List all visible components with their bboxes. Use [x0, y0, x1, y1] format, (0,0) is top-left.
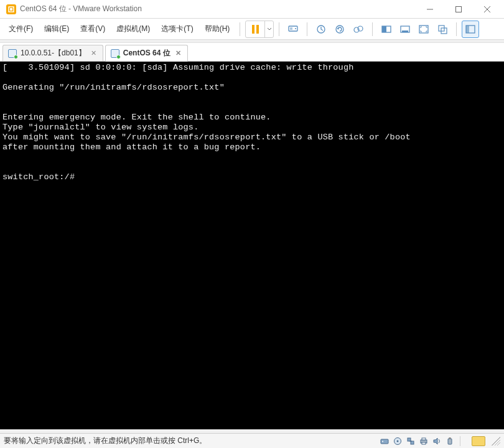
- menu-help[interactable]: 帮助(H): [200, 21, 235, 37]
- svg-point-26: [397, 440, 399, 442]
- tab-label: CentOS 64 位: [123, 48, 170, 58]
- svg-rect-1: [10, 8, 12, 11]
- window-title: CentOS 64 位 - VMware Workstation: [20, 4, 416, 14]
- separator: [460, 436, 460, 446]
- snapshot-manager-icon[interactable]: [350, 21, 367, 38]
- usb-icon[interactable]: [445, 436, 455, 446]
- tab-db01[interactable]: 10.0.0.51-【db01】 ✕: [2, 45, 103, 61]
- sound-icon[interactable]: [432, 436, 442, 446]
- pause-icon[interactable]: [246, 25, 264, 34]
- svg-rect-22: [466, 26, 469, 33]
- svg-rect-3: [456, 7, 462, 12]
- tab-label: 10.0.0.51-【db01】: [21, 48, 86, 58]
- svg-point-24: [382, 441, 383, 442]
- network-icon[interactable]: [406, 436, 416, 446]
- unity-icon[interactable]: [434, 21, 451, 38]
- thumbnail-bar-icon[interactable]: [462, 21, 479, 38]
- separator: [279, 22, 279, 36]
- vm-console[interactable]: [ 3.501094] sd 0:0:0:0: [sda] Assuming d…: [0, 62, 504, 429]
- menu-file[interactable]: 文件(F): [4, 21, 38, 37]
- minimize-button[interactable]: [416, 0, 444, 19]
- fit-window-icon[interactable]: [396, 21, 414, 38]
- status-message: 要将输入定向到该虚拟机，请在虚拟机内部单击或按 Ctrl+G。: [4, 436, 380, 446]
- tabstrip: 10.0.0.51-【db01】 ✕ CentOS 64 位 ✕: [0, 43, 504, 62]
- separator: [372, 22, 373, 36]
- menu-tabs[interactable]: 选项卡(T): [156, 21, 198, 37]
- maximize-button[interactable]: [444, 0, 473, 19]
- separator: [456, 22, 457, 36]
- svg-rect-31: [422, 438, 426, 440]
- separator: [240, 22, 240, 36]
- vm-icon: [111, 49, 119, 58]
- close-icon[interactable]: ✕: [174, 49, 182, 57]
- window-controls: [416, 0, 502, 18]
- statusbar: 要将输入定向到该虚拟机，请在虚拟机内部单击或按 Ctrl+G。: [0, 433, 504, 448]
- menu-view[interactable]: 查看(V): [75, 21, 110, 37]
- svg-rect-32: [422, 442, 426, 444]
- titlebar: CentOS 64 位 - VMware Workstation: [0, 0, 504, 19]
- vmware-app-icon: [6, 4, 16, 14]
- menu-edit[interactable]: 编辑(E): [39, 21, 74, 37]
- snapshot-take-icon[interactable]: [312, 21, 330, 38]
- device-status-icons: [380, 436, 455, 446]
- svg-rect-28: [411, 441, 414, 444]
- svg-rect-15: [382, 26, 386, 32]
- cdrom-icon[interactable]: [393, 436, 403, 446]
- svg-rect-23: [381, 439, 388, 444]
- svg-marker-33: [434, 438, 437, 444]
- svg-rect-35: [449, 437, 451, 439]
- svg-point-11: [336, 26, 343, 33]
- resize-grip[interactable]: [492, 437, 500, 446]
- chevron-down-icon[interactable]: [264, 21, 273, 37]
- svg-rect-34: [448, 439, 452, 444]
- fullscreen-icon[interactable]: [415, 21, 432, 38]
- vm-icon: [8, 49, 17, 58]
- svg-rect-27: [408, 438, 411, 441]
- folder-icon[interactable]: [472, 436, 485, 446]
- printer-icon[interactable]: [419, 436, 429, 446]
- fit-guest-icon[interactable]: [378, 21, 395, 38]
- separator: [307, 22, 307, 36]
- harddisk-icon[interactable]: [380, 436, 390, 446]
- menu-vm[interactable]: 虚拟机(M): [111, 21, 155, 37]
- tab-centos[interactable]: CentOS 64 位 ✕: [105, 45, 188, 62]
- close-icon[interactable]: ✕: [90, 49, 98, 57]
- svg-point-9: [295, 28, 296, 29]
- power-button-group[interactable]: [245, 21, 274, 38]
- menubar: 文件(F) 编辑(E) 查看(V) 虚拟机(M) 选项卡(T) 帮助(H): [0, 19, 504, 40]
- svg-rect-17: [402, 30, 408, 32]
- close-button[interactable]: [473, 0, 502, 19]
- send-ctrl-alt-del-icon[interactable]: [284, 21, 302, 38]
- snapshot-revert-icon[interactable]: [331, 21, 348, 38]
